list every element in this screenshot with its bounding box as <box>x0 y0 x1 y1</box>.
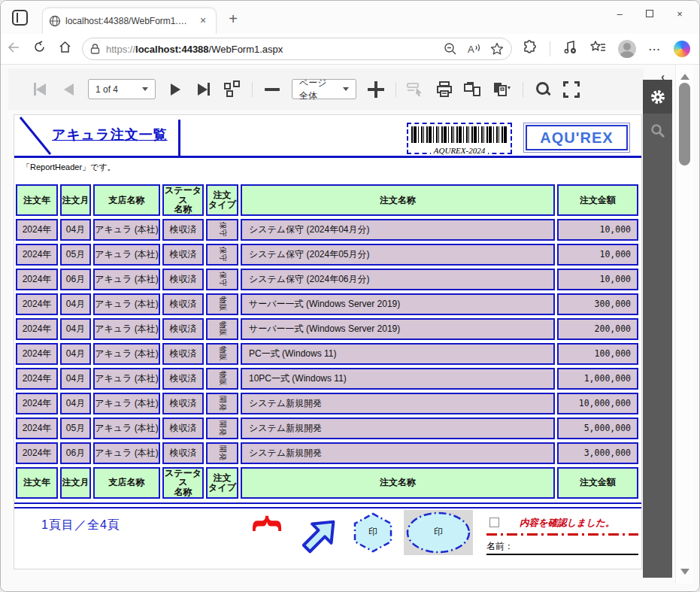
browser-window: localhost:44388/WebForm1.aspx × + – × ht… <box>0 0 700 592</box>
scrollbar-thumb[interactable] <box>679 83 690 165</box>
order-type-cell: 物販 <box>206 368 238 390</box>
print-layout-button[interactable] <box>464 79 482 100</box>
table-row: 2024年04月アキュラ (本社)検収済物販10PC一式 (Windows 11… <box>16 368 638 390</box>
vertical-scrollbar[interactable] <box>675 65 693 584</box>
export-button[interactable] <box>492 79 512 100</box>
confirm-label: 内容を確認しました。 <box>520 517 614 530</box>
select-tool-button[interactable] <box>407 79 425 100</box>
order-name-cell: システム新規開発 <box>241 417 555 439</box>
order-amount-cell: 10,000 <box>557 219 638 241</box>
refresh-button[interactable] <box>26 41 52 57</box>
table-cell: 検収済 <box>162 442 204 464</box>
stamp-ellipse: 印 <box>404 510 473 555</box>
barcode: AQUREX-2024 <box>407 123 512 154</box>
order-type-cell: 物販 <box>206 318 238 340</box>
name-underline <box>486 554 638 555</box>
order-type-cell: 開発 <box>206 393 238 414</box>
column-header: 注文名称 <box>241 467 555 499</box>
browser-tab[interactable]: localhost:44388/WebForm1.aspx × <box>42 8 217 34</box>
close-button[interactable]: × <box>665 1 695 26</box>
copilot-icon[interactable] <box>674 41 690 57</box>
order-type-cell: 物販 <box>206 293 238 315</box>
home-button[interactable] <box>52 41 77 57</box>
page-number-label: 1頁目／全4頁 <box>41 518 120 533</box>
page-indicator-combobox[interactable]: 1 of 4 <box>88 79 156 99</box>
sidebar-search-icon[interactable] <box>643 114 672 147</box>
zoom-in-button[interactable] <box>367 79 385 100</box>
stamp-hexagon: 印 <box>351 512 395 554</box>
search-button[interactable] <box>534 79 552 100</box>
table-cell: 04月 <box>60 368 91 390</box>
back-button[interactable] <box>1 41 26 57</box>
new-tab-button[interactable]: + <box>224 11 242 28</box>
previous-page-button[interactable] <box>59 79 77 100</box>
order-type-cell: 保守 <box>206 244 238 266</box>
order-amount-cell: 300,000 <box>557 293 638 315</box>
table-cell: アキュラ (本社) <box>93 393 160 414</box>
collections-icon[interactable] <box>589 40 606 58</box>
table-cell: 06月 <box>60 269 91 290</box>
settings-menu-icon[interactable]: ⋯ <box>648 42 662 56</box>
red-dashdot-rule <box>486 533 638 536</box>
zoom-out-button[interactable] <box>263 79 281 100</box>
parameters-gear-icon[interactable] <box>643 80 672 114</box>
url-input[interactable]: https://localhost:44388/WebForm1.aspx A <box>82 38 512 60</box>
scroll-down-icon[interactable] <box>680 569 689 579</box>
extensions-icon[interactable] <box>523 40 538 58</box>
confirm-checkbox[interactable] <box>489 518 499 527</box>
workspaces-icon[interactable] <box>12 10 28 26</box>
order-name-cell: システム保守 (2024年05月分) <box>241 244 555 266</box>
report-footer-band: 1頁目／全4頁 { 印 印 <box>14 509 641 569</box>
order-name-cell: サーバー一式 (Windows Server 2019) <box>241 293 555 315</box>
table-cell: アキュラ (本社) <box>93 343 160 365</box>
table-cell: 検収済 <box>162 318 204 340</box>
column-header: ステータス 名称 <box>162 467 204 499</box>
table-cell: 04月 <box>60 318 91 340</box>
tab-close-icon[interactable]: × <box>196 14 210 28</box>
column-header: 注文 タイプ <box>206 467 238 499</box>
fullscreen-button[interactable] <box>562 79 580 100</box>
table-cell: アキュラ (本社) <box>93 417 160 439</box>
order-name-cell: 10PC一式 (Windows 11) <box>241 368 555 390</box>
barcode-label: AQUREX-2024 <box>431 146 488 155</box>
table-cell: 04月 <box>60 393 91 414</box>
barcode-bars <box>411 126 508 143</box>
brace-shape: { <box>255 493 284 554</box>
favorite-star-icon[interactable] <box>490 42 504 56</box>
scroll-up-icon[interactable] <box>680 69 689 80</box>
column-header: ステータス 名称 <box>162 184 204 216</box>
table-header-row: 注文年注文月支店名称ステータス 名称注文 タイプ注文名称注文金額 <box>16 184 638 216</box>
tab-strip: localhost:44388/WebForm1.aspx × + – × <box>1 1 699 34</box>
column-header: 支店名称 <box>93 467 160 499</box>
minimize-button[interactable]: – <box>605 1 635 26</box>
maximize-button[interactable] <box>635 1 665 26</box>
report-title: アキュラ注文一覧 <box>52 126 168 144</box>
multipage-view-button[interactable] <box>223 79 241 100</box>
table-cell: 2024年 <box>16 244 58 266</box>
last-page-button[interactable] <box>195 79 213 100</box>
order-amount-cell: 3,000,000 <box>557 442 638 464</box>
zoom-mode-combobox[interactable]: ページ全体 <box>292 79 356 99</box>
report-page: アキュラ注文一覧 AQUREX-2024 AQU'REX 「ReportHead… <box>14 115 641 569</box>
next-page-button[interactable] <box>166 79 184 100</box>
order-type-cell: 物販 <box>206 343 238 365</box>
table-cell: 04月 <box>60 293 91 315</box>
first-page-button[interactable] <box>31 79 49 100</box>
table-cell: アキュラ (本社) <box>93 219 160 241</box>
order-name-cell: システム保守 (2024年04月分) <box>241 219 555 241</box>
print-button[interactable] <box>435 79 453 100</box>
report-viewer: 1 of 4 ページ全体 <box>1 65 699 592</box>
read-aloud-icon[interactable]: A <box>466 42 481 56</box>
order-amount-cell: 100,000 <box>557 343 638 365</box>
zoom-out-page-icon[interactable] <box>444 42 457 56</box>
table-cell: 検収済 <box>162 293 204 315</box>
table-row: 2024年06月アキュラ (本社)検収済保守システム保守 (2024年06月分)… <box>16 269 638 290</box>
media-extension-icon[interactable] <box>562 40 577 58</box>
profile-avatar[interactable] <box>618 40 636 58</box>
divider <box>523 82 523 97</box>
table-cell: 検収済 <box>162 393 204 414</box>
column-header: 注文金額 <box>557 184 638 216</box>
table-row: 2024年04月アキュラ (本社)検収済保守システム保守 (2024年04月分)… <box>16 219 638 241</box>
browser-action-icons: ⋯ <box>523 40 690 58</box>
order-amount-cell: 10,000 <box>557 269 638 290</box>
